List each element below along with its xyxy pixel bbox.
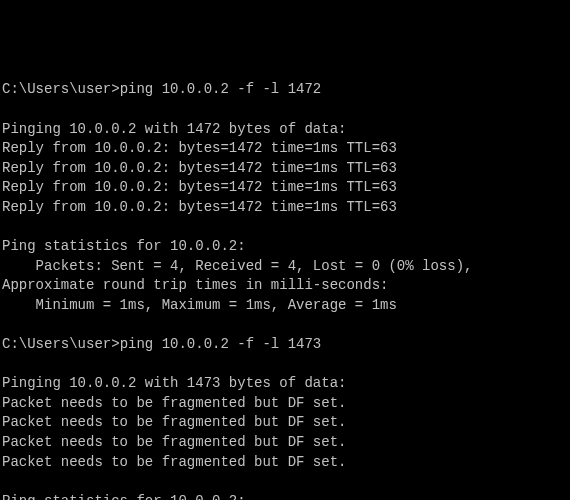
blank-line — [2, 100, 568, 120]
command-line: C:\Users\user>ping 10.0.0.2 -f -l 1472 — [2, 80, 568, 100]
command-text: ping 10.0.0.2 -f -l 1472 — [120, 81, 322, 97]
ping-header: Pinging 10.0.0.2 with 1473 bytes of data… — [2, 374, 568, 394]
ping-error: Packet needs to be fragmented but DF set… — [2, 453, 568, 473]
command-text: ping 10.0.0.2 -f -l 1473 — [120, 336, 322, 352]
stats-header: Ping statistics for 10.0.0.2: — [2, 237, 568, 257]
ping-reply: Reply from 10.0.0.2: bytes=1472 time=1ms… — [2, 159, 568, 179]
ping-error: Packet needs to be fragmented but DF set… — [2, 394, 568, 414]
terminal-output[interactable]: C:\Users\user>ping 10.0.0.2 -f -l 1472 P… — [2, 80, 568, 500]
command-line: C:\Users\user>ping 10.0.0.2 -f -l 1473 — [2, 335, 568, 355]
ping-header: Pinging 10.0.0.2 with 1472 bytes of data… — [2, 120, 568, 140]
prompt-path: C:\Users\user> — [2, 336, 120, 352]
ping-reply: Reply from 10.0.0.2: bytes=1472 time=1ms… — [2, 139, 568, 159]
ping-reply: Reply from 10.0.0.2: bytes=1472 time=1ms… — [2, 178, 568, 198]
blank-line — [2, 472, 568, 492]
ping-error: Packet needs to be fragmented but DF set… — [2, 433, 568, 453]
blank-line — [2, 316, 568, 336]
packet-stats: Packets: Sent = 4, Received = 4, Lost = … — [2, 257, 568, 277]
blank-line — [2, 218, 568, 238]
ping-error: Packet needs to be fragmented but DF set… — [2, 413, 568, 433]
rtt-values: Minimum = 1ms, Maximum = 1ms, Average = … — [2, 296, 568, 316]
blank-line — [2, 355, 568, 375]
ping-reply: Reply from 10.0.0.2: bytes=1472 time=1ms… — [2, 198, 568, 218]
rtt-header: Approximate round trip times in milli-se… — [2, 276, 568, 296]
prompt-path: C:\Users\user> — [2, 81, 120, 97]
stats-header: Ping statistics for 10.0.0.2: — [2, 492, 568, 500]
